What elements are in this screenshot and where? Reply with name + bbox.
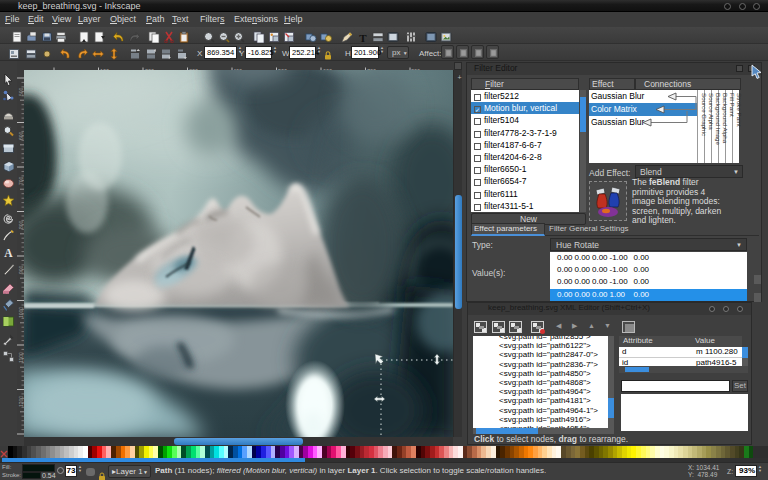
svg-text:1000: 1000 [18, 307, 24, 318]
svg-text:500: 500 [18, 87, 24, 96]
svg-text:700: 700 [18, 176, 24, 185]
svg-text:1200: 1200 [18, 396, 24, 407]
svg-text:A: A [4, 247, 13, 259]
svg-text:1100: 1100 [18, 352, 24, 363]
svg-text:600: 600 [18, 131, 24, 140]
svg-text:T: T [359, 32, 367, 44]
svg-text:800: 800 [18, 220, 24, 229]
svg-text:900: 900 [18, 265, 24, 274]
